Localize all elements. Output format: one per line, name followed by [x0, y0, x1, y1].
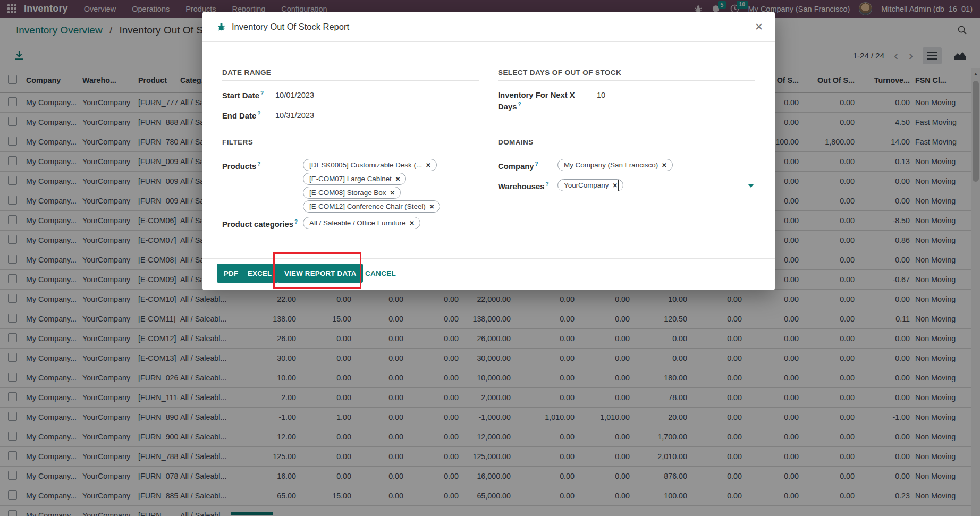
help-icon[interactable]: ? — [535, 161, 538, 167]
start-date-field[interactable]: 10/01/2023 — [275, 91, 314, 99]
cancel-button[interactable]: CANCEL — [365, 264, 396, 283]
tag-remove-icon[interactable]: ✕ — [395, 175, 401, 183]
product-categories-field[interactable]: All / Saleable / Office Furniture✕ — [303, 217, 420, 229]
tag[interactable]: [DESK0005] Customizable Desk (...✕ — [303, 159, 437, 171]
chevron-down-icon[interactable] — [748, 184, 754, 188]
out-of-stock-report-dialog: Inventory Out Of Stock Report ✕ DATE RAN… — [202, 12, 775, 290]
tag-remove-icon[interactable]: ✕ — [426, 162, 431, 169]
product-categories-label: Product categories? — [222, 219, 298, 229]
end-date-field[interactable]: 10/31/2023 — [275, 111, 314, 120]
bug-icon — [217, 22, 226, 31]
dialog-header: Inventory Out Of Stock Report ✕ — [202, 12, 775, 42]
text-cursor — [618, 180, 619, 191]
tag[interactable]: [E-COM08] Storage Box✕ — [303, 187, 401, 199]
help-icon[interactable]: ? — [545, 181, 548, 187]
tag[interactable]: YourCompany✕ — [557, 179, 623, 191]
tag[interactable]: All / Saleable / Office Furniture✕ — [303, 217, 420, 229]
company-label: Company? — [498, 161, 538, 171]
help-icon[interactable]: ? — [257, 161, 260, 167]
tag-remove-icon[interactable]: ✕ — [390, 189, 395, 197]
tag-label: All / Saleable / Office Furniture — [309, 219, 405, 227]
view-report-data-button[interactable]: VIEW REPORT DATA — [277, 264, 363, 283]
close-icon[interactable]: ✕ — [755, 22, 763, 32]
section-domains: DOMAINS — [498, 138, 534, 146]
end-date-label: End Date? — [222, 111, 260, 120]
days-field[interactable]: 10 — [597, 91, 605, 99]
help-icon[interactable]: ? — [260, 90, 264, 96]
warehouses-label: Warehouses? — [498, 181, 549, 191]
products-label: Products? — [222, 161, 260, 171]
excel-button[interactable]: EXCEL — [241, 264, 278, 283]
tag-label: My Company (San Francisco) — [564, 161, 658, 169]
tag-label: [DESK0005] Customizable Desk (... — [309, 161, 422, 169]
tag[interactable]: [E-COM07] Large Cabinet✕ — [303, 173, 406, 185]
section-date-range: DATE RANGE — [222, 69, 271, 77]
tag-remove-icon[interactable]: ✕ — [409, 219, 415, 227]
company-field[interactable]: My Company (San Francisco)✕ — [557, 159, 673, 171]
help-icon[interactable]: ? — [294, 219, 298, 225]
products-field[interactable]: [DESK0005] Customizable Desk (...✕[E-COM… — [303, 159, 440, 213]
start-date-label: Start Date? — [222, 90, 264, 100]
tag-remove-icon[interactable]: ✕ — [662, 162, 667, 169]
days-label: Inventory For Next X Days? — [498, 90, 589, 113]
tag-label: YourCompany — [564, 181, 609, 189]
tag-label: [E-COM08] Storage Box — [309, 189, 386, 197]
dialog-title: Inventory Out Of Stock Report — [232, 22, 349, 32]
tag-label: [E-COM07] Large Cabinet — [309, 175, 392, 183]
tag-remove-icon[interactable]: ✕ — [612, 182, 618, 189]
warehouses-field[interactable]: YourCompany✕ — [557, 179, 623, 191]
tag-label: [E-COM12] Conference Chair (Steel) — [309, 202, 426, 210]
section-filters: FILTERS — [222, 138, 253, 146]
section-days: SELECT DAYS OF OUT OF STOCK — [498, 69, 621, 77]
help-icon[interactable]: ? — [257, 111, 260, 116]
tag[interactable]: [E-COM12] Conference Chair (Steel)✕ — [303, 200, 440, 213]
tag-remove-icon[interactable]: ✕ — [429, 203, 435, 210]
tag[interactable]: My Company (San Francisco)✕ — [557, 159, 673, 171]
help-icon[interactable]: ? — [518, 101, 521, 107]
